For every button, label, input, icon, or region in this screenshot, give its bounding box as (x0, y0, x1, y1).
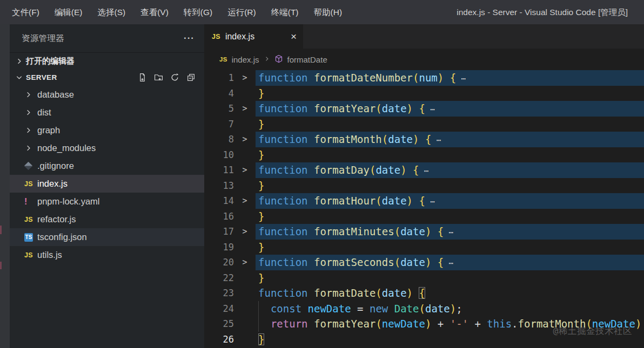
code-line-13[interactable]: 13} (204, 178, 644, 194)
breadcrumb-file[interactable]: index.js (232, 55, 259, 64)
line-content[interactable]: } (256, 86, 644, 101)
line-content[interactable]: } (256, 117, 644, 132)
file-row-database[interactable]: database (10, 86, 204, 104)
token: { (419, 195, 425, 207)
fold-chevron-icon[interactable]: > (234, 224, 256, 240)
file-row-pnpm-lock-yaml[interactable]: !pnpm-lock.yaml (10, 193, 204, 210)
line-number[interactable]: 4 (204, 86, 234, 101)
menu-item[interactable]: 选择(S) (90, 0, 133, 24)
refresh-icon[interactable] (170, 73, 179, 82)
line-number[interactable]: 23 (204, 285, 234, 301)
file-row-utils-js[interactable]: JSutils.js (10, 246, 204, 264)
line-content[interactable]: } (256, 147, 644, 163)
code-editor[interactable]: 1>function formatDateNumber(num) { ⋯4}5>… (204, 70, 644, 348)
menu-item[interactable]: 文件(F) (4, 0, 47, 24)
menu-item[interactable]: 转到(G) (176, 0, 220, 24)
close-tab-icon[interactable]: × (291, 31, 297, 42)
line-content[interactable]: const newDate = new Date(date); (256, 301, 644, 317)
code-line-23[interactable]: 23function formatDate(date) { (204, 285, 644, 301)
line-number[interactable]: 10 (204, 147, 234, 163)
token (308, 318, 314, 330)
file-row--gitignore[interactable]: .gitignore (10, 157, 204, 175)
menu-item[interactable]: 帮助(H) (306, 0, 350, 24)
line-content[interactable]: return formatYear(newDate) + '-' + this.… (256, 316, 644, 332)
line-number[interactable]: 13 (204, 178, 234, 194)
fold-chevron-icon[interactable]: > (234, 132, 256, 147)
code-line-25[interactable]: 25 return formatYear(newDate) + '-' + th… (204, 316, 644, 332)
line-content[interactable]: function formatSeconds(date) { ⋯ (256, 255, 644, 270)
code-line-24[interactable]: 24 const newDate = new Date(date); (204, 301, 644, 317)
line-content[interactable]: function formatDate(date) { (256, 285, 644, 301)
file-row-tsconfig-json[interactable]: TStsconfig.json (10, 228, 204, 246)
more-actions-icon[interactable]: ··· (184, 33, 194, 44)
new-file-icon[interactable] (138, 73, 147, 82)
line-number[interactable]: 14 (204, 193, 234, 209)
line-content[interactable]: function formatYear(date) { ⋯ (256, 101, 644, 117)
line-content[interactable]: } (256, 240, 644, 255)
indent-guide (258, 316, 259, 332)
fold-chevron-icon[interactable]: > (234, 101, 256, 117)
file-row-dist[interactable]: dist (10, 104, 204, 121)
token: date (388, 133, 413, 145)
code-line-17[interactable]: 17>function formatMinutes(date) { ⋯ (204, 224, 644, 240)
code-line-14[interactable]: 14>function formatHour(date) { ⋯ (204, 193, 644, 209)
file-row-node-modules[interactable]: node_modules (10, 139, 204, 157)
line-number[interactable]: 16 (204, 209, 234, 224)
line-number[interactable]: 20 (204, 255, 234, 270)
line-number[interactable]: 5 (204, 101, 234, 117)
file-row-refactor-js[interactable]: JSrefactor.js (10, 210, 204, 228)
line-number[interactable]: 26 (204, 332, 234, 347)
code-line-26[interactable]: 26} (204, 332, 644, 347)
line-content[interactable]: function formatDateNumber(num) { ⋯ (256, 70, 644, 86)
code-line-7[interactable]: 7} (204, 117, 644, 132)
line-content[interactable]: } (256, 270, 644, 286)
fold-chevron-icon[interactable]: > (234, 255, 256, 270)
line-number[interactable]: 11 (204, 162, 234, 178)
code-line-5[interactable]: 5>function formatYear(date) { ⋯ (204, 101, 644, 117)
line-number[interactable]: 25 (204, 316, 234, 332)
line-number[interactable]: 19 (204, 240, 234, 255)
open-editors-section[interactable]: 打开的编辑器 (10, 52, 204, 69)
line-content[interactable]: } (256, 178, 644, 194)
tab-index-js[interactable]: JS index.js × (204, 24, 303, 49)
line-content[interactable]: function formatMonth(date) { ⋯ (256, 132, 644, 147)
token: } (258, 149, 264, 161)
code-line-10[interactable]: 10} (204, 147, 644, 163)
line-number[interactable]: 17 (204, 224, 234, 240)
menu-item[interactable]: 终端(T) (264, 0, 306, 24)
token: ⋯ (425, 197, 435, 207)
code-line-4[interactable]: 4} (204, 86, 644, 101)
line-number[interactable]: 7 (204, 117, 234, 132)
breadcrumb-symbol[interactable]: formatDate (287, 55, 327, 64)
menu-item[interactable]: 运行(R) (220, 0, 264, 24)
line-number[interactable]: 1 (204, 70, 234, 86)
file-row-index-js[interactable]: JSindex.js (10, 175, 204, 193)
code-line-20[interactable]: 20>function formatSeconds(date) { ⋯ (204, 255, 644, 270)
file-row-graph[interactable]: graph (10, 121, 204, 139)
gutter-space (234, 301, 256, 317)
menu-item[interactable]: 编辑(E) (47, 0, 90, 24)
token: + (431, 318, 450, 330)
line-content[interactable]: function formatDay(date) { ⋯ (256, 162, 644, 178)
code-line-16[interactable]: 16} (204, 209, 644, 224)
line-content[interactable]: } (256, 209, 644, 224)
line-number[interactable]: 8 (204, 132, 234, 147)
fold-chevron-icon[interactable]: > (234, 193, 256, 209)
code-line-19[interactable]: 19} (204, 240, 644, 255)
line-content[interactable]: function formatHour(date) { ⋯ (256, 193, 644, 209)
code-line-1[interactable]: 1>function formatDateNumber(num) { ⋯ (204, 70, 644, 86)
fold-chevron-icon[interactable]: > (234, 162, 256, 178)
token (258, 303, 271, 315)
project-section-header[interactable]: SERVER (10, 69, 204, 86)
line-content[interactable]: function formatMinutes(date) { ⋯ (256, 224, 644, 240)
code-line-8[interactable]: 8>function formatMonth(date) { ⋯ (204, 132, 644, 147)
line-content[interactable]: } (256, 332, 644, 347)
menu-item[interactable]: 查看(V) (133, 0, 176, 24)
code-line-22[interactable]: 22} (204, 270, 644, 286)
new-folder-icon[interactable] (154, 73, 163, 82)
line-number[interactable]: 22 (204, 270, 234, 286)
code-line-11[interactable]: 11>function formatDay(date) { ⋯ (204, 162, 644, 178)
line-number[interactable]: 24 (204, 301, 234, 317)
fold-chevron-icon[interactable]: > (234, 70, 256, 86)
collapse-all-icon[interactable] (186, 73, 196, 82)
